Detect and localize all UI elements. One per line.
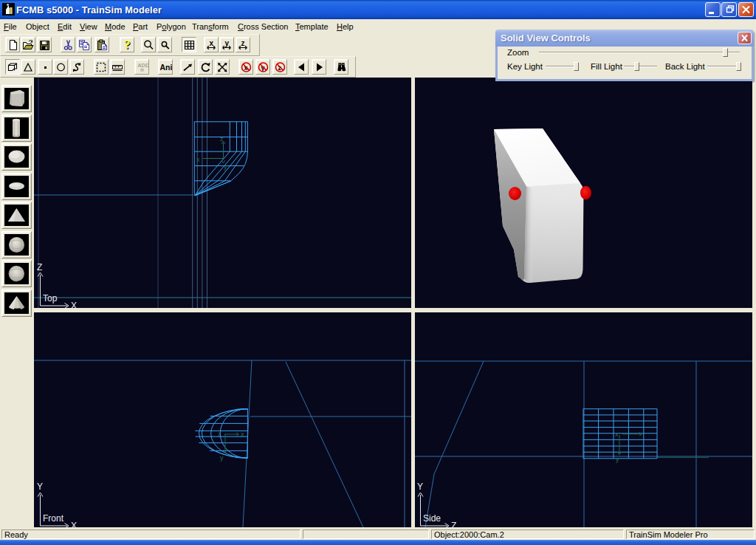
svg-text:X: X [71, 521, 77, 527]
svg-text:z: z [241, 39, 244, 47]
svg-text:X: X [71, 301, 77, 308]
svg-text:y: y [225, 39, 230, 47]
svg-text:Y: Y [417, 481, 423, 492]
svg-text:y: y [220, 454, 224, 462]
svg-text:Z: Z [451, 521, 456, 527]
svg-text:z: z [218, 431, 221, 438]
svg-text:Side: Side [423, 513, 441, 524]
svg-text:z: z [220, 135, 224, 143]
svg-text:y: y [616, 456, 619, 463]
svg-text:x: x [241, 431, 244, 438]
svg-text:ADD: ADD [137, 62, 148, 69]
svg-text:x: x [615, 431, 619, 438]
svg-text:Y: Y [37, 481, 43, 492]
svg-text:Front: Front [43, 513, 64, 524]
svg-text:?: ? [124, 39, 130, 51]
svg-text:y: y [224, 163, 227, 171]
svg-text:Ani: Ani [159, 63, 172, 72]
svg-text:x: x [196, 156, 200, 163]
svg-text:Top: Top [43, 293, 58, 304]
svg-text:Z: Z [37, 262, 42, 272]
svg-text:x: x [209, 39, 213, 47]
